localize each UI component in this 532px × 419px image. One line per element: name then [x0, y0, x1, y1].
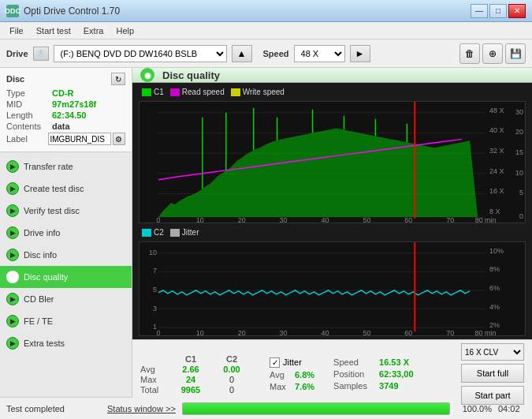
disc-label-row: Label ⚙ — [6, 133, 125, 145]
refresh-button[interactable]: ► — [350, 45, 370, 62]
disc-panel: Disc ↻ Type CD-R MID 97m27s18f Length 62… — [0, 68, 132, 152]
start-full-button[interactable]: Start full — [461, 364, 524, 383]
jitter-max-row: Max 7.6% — [270, 382, 314, 391]
minimize-button[interactable]: — — [471, 4, 488, 18]
status-window-button[interactable]: Status window >> — [107, 404, 176, 413]
close-button[interactable]: ✕ — [508, 4, 526, 18]
window-controls: — □ ✕ — [471, 4, 526, 18]
legend-c1-color — [142, 88, 151, 96]
clv-select[interactable]: 16 X CLV — [461, 343, 524, 361]
stat-max-c2: 0 — [213, 375, 251, 384]
sidebar-item-drive-info[interactable]: ▶ Drive info — [0, 222, 132, 244]
legend-read-speed: Read speed — [170, 88, 225, 96]
sidebar-item-transfer-rate[interactable]: ▶ Transfer rate — [0, 155, 132, 178]
svg-text:10%: 10% — [489, 247, 504, 255]
sidebar-item-disc-info[interactable]: ▶ Disc info — [0, 244, 132, 266]
disc-contents-value: data — [52, 122, 70, 131]
sidebar-item-extra-tests[interactable]: ▶ Extra tests — [0, 332, 132, 354]
jitter-max-label: Max — [270, 382, 292, 391]
jitter-max-value: 7.6% — [295, 382, 314, 391]
stats-bar: C1 C2 Avg 2.66 0.00 Max 24 0 Total 9965 … — [132, 339, 532, 408]
stat-avg-c1: 2.66 — [172, 365, 210, 374]
legend-write-label: Write speed — [243, 88, 285, 96]
svg-text:10: 10 — [196, 329, 204, 335]
svg-text:40: 40 — [322, 329, 329, 335]
title-bar: ODC Opti Drive Control 1.70 — □ ✕ — [0, 0, 532, 22]
charts-area: C1 Read speed Write speed 0 5 — [132, 83, 532, 339]
app-icon: ODC — [6, 5, 19, 17]
sidebar-item-fe-te[interactable]: ▶ FE / TE — [0, 310, 132, 332]
svg-text:7: 7 — [153, 267, 157, 275]
chart-title: Disc quality — [162, 69, 220, 81]
position-row: Position 62:33,00 — [333, 369, 413, 379]
top-chart-svg: 0 5 10 15 20 30 0 10 20 — [140, 102, 525, 223]
eject-button[interactable]: ▲ — [232, 45, 252, 62]
svg-text:0: 0 — [519, 212, 523, 220]
svg-text:4%: 4% — [489, 303, 500, 311]
legend-jitter: Jitter — [170, 228, 199, 237]
nav-label-verify: Verify test disc — [24, 206, 80, 215]
menu-file[interactable]: File — [3, 24, 30, 37]
svg-text:48 X: 48 X — [489, 107, 504, 114]
svg-text:50: 50 — [363, 329, 370, 335]
top-chart: 0 5 10 15 20 30 0 10 20 — [139, 101, 526, 223]
svg-text:60: 60 — [404, 329, 412, 335]
nav-label-cd-bler: CD Bler — [24, 294, 54, 304]
sidebar-item-create-test-disc[interactable]: ▶ Create test disc — [0, 178, 132, 200]
sidebar-item-disc-quality[interactable]: ▶ Disc quality — [0, 266, 132, 288]
menu-help[interactable]: Help — [110, 24, 140, 37]
drive-select[interactable]: (F:) BENQ DVD DD DW1640 BSLB — [54, 45, 227, 62]
svg-text:0: 0 — [156, 329, 160, 335]
sidebar-item-cd-bler[interactable]: ▶ CD Bler — [0, 288, 132, 310]
window-title: Opti Drive Control 1.70 — [24, 6, 120, 17]
svg-text:80 min: 80 min — [475, 329, 497, 335]
svg-text:20: 20 — [515, 129, 523, 137]
disc-length-row: Length 62:34.50 — [6, 110, 125, 120]
svg-text:6%: 6% — [489, 284, 500, 292]
disc-length-label: Length — [6, 110, 52, 120]
svg-text:10: 10 — [515, 169, 523, 177]
menu-bar: File Start test Extra Help — [0, 22, 532, 39]
nav-label-drive-info: Drive info — [24, 228, 60, 238]
maximize-button[interactable]: □ — [489, 4, 507, 18]
legend-read-color — [170, 88, 180, 96]
stat-max-label: Max — [140, 375, 169, 384]
disc-refresh-button[interactable]: ↻ — [111, 73, 125, 85]
chart-header: ◉ Disc quality — [132, 68, 532, 83]
svg-text:70: 70 — [446, 216, 454, 223]
menu-extra[interactable]: Extra — [77, 24, 110, 37]
sidebar-item-verify-test-disc[interactable]: ▶ Verify test disc — [0, 200, 132, 222]
disc-title: Disc — [6, 74, 24, 84]
svg-text:3: 3 — [153, 305, 157, 312]
disc-label-action[interactable]: ⚙ — [113, 133, 125, 145]
stat-header-c2: C2 — [213, 354, 251, 364]
top-legend: C1 Read speed Write speed — [139, 86, 526, 98]
stat-avg-c2: 0.00 — [213, 365, 251, 374]
start-part-button[interactable]: Start part — [461, 386, 524, 405]
nav-label-disc-quality: Disc quality — [24, 272, 68, 282]
erase-button[interactable]: 🗑 — [459, 43, 480, 64]
disc-length-value: 62:34.50 — [52, 110, 86, 120]
samples-row: Samples 3749 — [333, 381, 413, 391]
save-button[interactable]: 💾 — [505, 43, 526, 64]
svg-text:50: 50 — [363, 216, 370, 223]
speed-select[interactable]: 48 X — [294, 45, 345, 62]
svg-text:8%: 8% — [489, 265, 500, 273]
disc-label-input[interactable] — [48, 133, 111, 145]
disc-mid-label: MID — [6, 99, 52, 109]
jitter-section: ✓ Jitter Avg 6.8% Max 7.6% — [270, 357, 314, 391]
jitter-avg-row: Avg 6.8% — [270, 370, 314, 380]
svg-text:5: 5 — [519, 189, 523, 196]
legend-c1: C1 — [142, 88, 164, 96]
backup-button[interactable]: ⊕ — [482, 43, 503, 64]
svg-text:30: 30 — [280, 329, 288, 335]
menu-start-test[interactable]: Start test — [30, 24, 77, 37]
jitter-checkbox[interactable]: ✓ — [270, 357, 280, 368]
nav-label-extra-tests: Extra tests — [24, 339, 65, 348]
speed-position-section: Speed 16.53 X Position 62:33,00 Samples … — [333, 357, 413, 391]
nav-icon-cd-bler: ▶ — [6, 293, 19, 305]
nav-icon-verify: ▶ — [6, 204, 19, 217]
nav-icon-extra-tests: ▶ — [6, 337, 19, 350]
stat-total-label: Total — [140, 385, 169, 395]
speed-label: Speed — [263, 49, 289, 58]
